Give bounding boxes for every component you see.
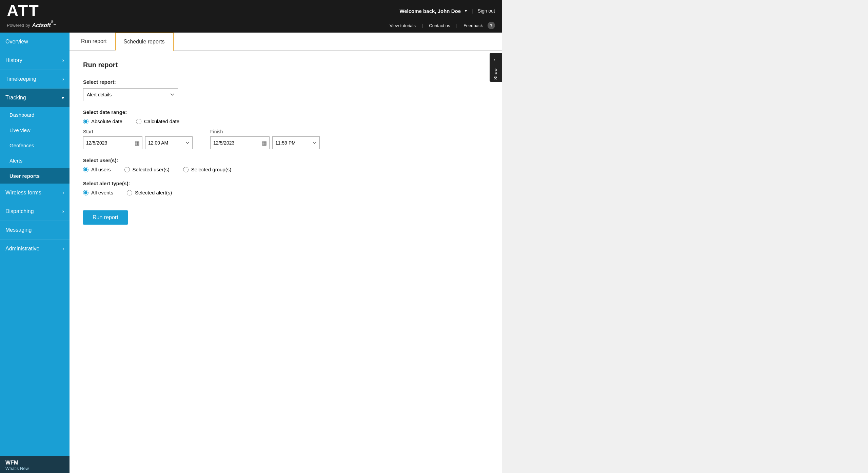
sidebar-item-tracking[interactable]: Tracking ▾: [0, 89, 70, 107]
sidebar-item-label: Dispatching: [5, 208, 34, 214]
sidebar-item-label: User reports: [9, 173, 40, 179]
finish-label: Finish: [210, 129, 320, 134]
calculated-date-label: Calculated date: [144, 118, 179, 124]
sidebar-item-wireless-forms[interactable]: Wireless forms ›: [0, 184, 70, 202]
absolute-date-radio[interactable]: [83, 119, 88, 124]
sidebar-item-label: History: [5, 57, 22, 63]
tab-run-report[interactable]: Run report: [73, 33, 115, 50]
wfm-panel[interactable]: WFM What's New: [0, 456, 70, 473]
sidebar-item-live-view[interactable]: Live view: [0, 122, 70, 138]
sidebar-item-timekeeping[interactable]: Timekeeping ›: [0, 70, 70, 89]
selected-users-radio[interactable]: [124, 167, 130, 172]
tabs-bar: Run report Schedule reports: [70, 33, 502, 51]
side-arrow-icon: ←: [493, 53, 499, 65]
page-title: Run report: [83, 61, 488, 69]
finish-separator: [198, 129, 205, 138]
page-content: Run report Select report: Alert details …: [70, 51, 502, 235]
select-alert-section: Select alert type(s): All events Selecte…: [83, 181, 488, 195]
start-date-group: Start ▦ 12:00 AM 12:30 AM 1:00 AM: [83, 129, 193, 149]
powered-by-text: Powered by: [7, 23, 30, 28]
start-date-wrapper: ▦: [83, 136, 142, 149]
sign-out-link[interactable]: Sign out: [478, 8, 495, 14]
all-users-option[interactable]: All users: [83, 167, 111, 172]
sidebar: Overview History › Timekeeping › Trackin…: [0, 33, 70, 473]
all-users-label: All users: [91, 167, 111, 172]
start-date-input[interactable]: [83, 136, 142, 149]
wfm-subtitle: What's New: [5, 466, 64, 471]
app-logo: ATT: [7, 3, 39, 19]
selected-groups-radio[interactable]: [183, 167, 189, 172]
chevron-right-icon: ›: [62, 57, 64, 63]
selected-alerts-label: Selected alert(s): [135, 190, 172, 195]
selected-alerts-option[interactable]: Selected alert(s): [127, 190, 172, 195]
help-button[interactable]: ?: [488, 22, 495, 29]
chevron-down-icon: ▾: [62, 95, 64, 100]
select-alert-label: Select alert type(s):: [83, 181, 488, 186]
header: ATT Welcome back, John Doe ▾ | Sign out …: [0, 0, 502, 33]
start-label: Start: [83, 129, 193, 134]
date-range-radio-group: Absolute date Calculated date: [83, 118, 488, 124]
selected-groups-option[interactable]: Selected group(s): [183, 167, 231, 172]
all-events-radio[interactable]: [83, 190, 88, 195]
welcome-text: Welcome back, John Doe: [399, 8, 461, 14]
feedback-link[interactable]: Feedback: [463, 23, 483, 28]
all-users-radio[interactable]: [83, 167, 88, 172]
selected-users-option[interactable]: Selected user(s): [124, 167, 170, 172]
users-radio-group: All users Selected user(s) Selected grou…: [83, 167, 488, 172]
sidebar-item-alerts[interactable]: Alerts: [0, 153, 70, 168]
selected-groups-label: Selected group(s): [191, 167, 231, 172]
date-range-label: Select date range:: [83, 109, 488, 115]
finish-date-wrapper: ▦: [210, 136, 270, 149]
sidebar-item-label: Dashboard: [9, 112, 34, 118]
sidebar-item-label: Alerts: [9, 158, 22, 164]
all-events-option[interactable]: All events: [83, 190, 113, 195]
start-time-select[interactable]: 12:00 AM 12:30 AM 1:00 AM: [145, 136, 193, 149]
sidebar-item-dispatching[interactable]: Dispatching ›: [0, 202, 70, 221]
sidebar-item-geofences[interactable]: Geofences: [0, 138, 70, 153]
alert-radio-group: All events Selected alert(s): [83, 190, 488, 195]
header-top: ATT Welcome back, John Doe ▾ | Sign out: [0, 0, 502, 20]
select-report-section: Select report: Alert details: [83, 79, 488, 101]
calculated-date-option[interactable]: Calculated date: [136, 118, 179, 124]
view-tutorials-link[interactable]: View tutorials: [390, 23, 416, 28]
content-area: Run report Schedule reports Run report S…: [70, 33, 502, 473]
user-menu-chevron[interactable]: ▾: [465, 8, 467, 13]
date-range-section: Select date range: Absolute date Calcula…: [83, 109, 488, 149]
report-select[interactable]: Alert details: [83, 88, 178, 101]
chevron-right-icon: ›: [62, 246, 64, 252]
sidebar-item-label: Wireless forms: [5, 190, 41, 196]
sidebar-item-administrative[interactable]: Administrative ›: [0, 240, 70, 258]
selected-alerts-radio[interactable]: [127, 190, 132, 195]
main-layout: Overview History › Timekeeping › Trackin…: [0, 33, 502, 473]
finish-time-select[interactable]: 11:59 PM 11:00 PM: [272, 136, 320, 149]
powered-by: Powered by Actsoft®: [7, 22, 56, 29]
sidebar-item-user-reports[interactable]: User reports: [0, 168, 70, 184]
calculated-date-radio[interactable]: [136, 119, 141, 124]
sidebar-item-overview[interactable]: Overview: [0, 33, 70, 51]
sidebar-item-label: Live view: [9, 127, 31, 133]
chevron-right-icon: ›: [62, 190, 64, 196]
selected-users-label: Selected user(s): [133, 167, 170, 172]
sidebar-item-label: Geofences: [9, 143, 34, 148]
absolute-date-option[interactable]: Absolute date: [83, 118, 122, 124]
contact-us-link[interactable]: Contact us: [429, 23, 450, 28]
side-show-panel[interactable]: ← Show: [490, 53, 502, 82]
chevron-right-icon: ›: [62, 208, 64, 214]
sidebar-item-label: Administrative: [5, 246, 39, 252]
finish-date-input[interactable]: [210, 136, 270, 149]
finish-date-group: Finish ▦ 11:59 PM 11:00 PM: [210, 129, 320, 149]
absolute-date-label: Absolute date: [91, 118, 122, 124]
header-user-area: Welcome back, John Doe ▾ | Sign out: [399, 8, 495, 14]
sidebar-item-dashboard[interactable]: Dashboard: [0, 107, 70, 122]
select-users-label: Select user(s):: [83, 157, 488, 163]
select-report-label: Select report:: [83, 79, 488, 85]
actsoft-logo: Actsoft®: [32, 22, 56, 29]
date-time-row: Start ▦ 12:00 AM 12:30 AM 1:00 AM: [83, 129, 488, 149]
sidebar-item-messaging[interactable]: Messaging: [0, 221, 70, 240]
sidebar-item-label: Timekeeping: [5, 76, 36, 82]
chevron-right-icon: ›: [62, 76, 64, 82]
tab-schedule-reports[interactable]: Schedule reports: [115, 33, 174, 51]
sidebar-item-history[interactable]: History ›: [0, 51, 70, 70]
run-report-button[interactable]: Run report: [83, 210, 128, 225]
side-show-label: Show: [493, 65, 498, 82]
